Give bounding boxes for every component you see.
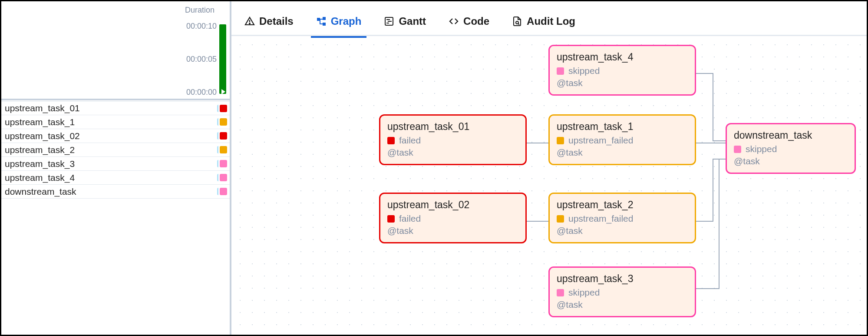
task-name: upstream_task_1 (5, 117, 75, 127)
node-operator: @task (557, 78, 688, 88)
task-row[interactable]: downstream_task (1, 185, 230, 199)
graph-edge (696, 143, 726, 143)
graph-node-upstream-task-4[interactable]: upstream_task_4 skipped @task (548, 45, 696, 96)
node-title: upstream_task_1 (557, 121, 688, 133)
task-name: upstream_task_01 (5, 103, 80, 113)
task-row[interactable]: upstream_task_3 (1, 157, 230, 171)
task-name: upstream_task_4 (5, 173, 75, 183)
graph-node-upstream-task-02[interactable]: upstream_task_02 failed @task (379, 193, 527, 243)
status-chip[interactable] (217, 118, 224, 126)
node-status: upstream_failed (557, 213, 688, 224)
graph-edge (719, 159, 726, 160)
duration-timeline: 00:00:10 00:00:05 00:00:00 (173, 17, 230, 97)
status-icon (220, 188, 227, 195)
main-panel: Details Graph Gantt Code Audit Log (231, 1, 867, 335)
audit-log-icon (512, 16, 522, 27)
code-icon (449, 16, 459, 27)
graph-node-downstream-task[interactable]: downstream_task skipped @task (726, 123, 856, 174)
graph-node-upstream-task-3[interactable]: upstream_task_3 skipped @task (548, 266, 696, 317)
graph-edge (719, 159, 719, 289)
tab-audit-log[interactable]: Audit Log (507, 13, 581, 36)
node-operator: @task (557, 147, 688, 158)
status-chip[interactable] (217, 105, 224, 112)
status-chip[interactable] (217, 160, 224, 167)
status-chip[interactable] (217, 132, 224, 140)
duration-header: Duration (185, 6, 215, 15)
tab-code[interactable]: Code (443, 13, 495, 36)
graph-edge (696, 288, 719, 289)
task-name: upstream_task_02 (5, 131, 80, 141)
task-row[interactable]: upstream_task_2 (1, 143, 230, 157)
graph-node-upstream-task-2[interactable]: upstream_task_2 upstream_failed @task (548, 193, 696, 243)
node-status: upstream_failed (557, 135, 688, 146)
status-icon (220, 146, 227, 153)
graph-node-upstream-task-1[interactable]: upstream_task_1 upstream_failed @task (548, 114, 696, 165)
tab-bar: Details Graph Gantt Code Audit Log (231, 1, 867, 36)
node-title: upstream_task_3 (557, 273, 688, 285)
tab-label: Details (259, 15, 294, 27)
status-icon (557, 137, 564, 144)
play-icon (221, 89, 225, 94)
graph-icon (316, 16, 327, 27)
status-chip[interactable] (217, 146, 224, 153)
graph-edge (713, 73, 713, 140)
task-row[interactable]: upstream_task_1 (1, 115, 230, 129)
status-icon (220, 160, 227, 167)
graph-canvas[interactable]: upstream_task_4 skipped @task upstream_t… (231, 36, 867, 335)
node-operator: @task (387, 147, 518, 158)
node-status: failed (387, 135, 518, 146)
svg-rect-2 (317, 18, 320, 21)
graph-edge (713, 159, 713, 222)
graph-edge (696, 73, 713, 74)
status-chip[interactable] (217, 188, 224, 195)
graph-node-upstream-task-01[interactable]: upstream_task_01 failed @task (379, 114, 527, 165)
node-title: upstream_task_01 (387, 121, 518, 133)
status-icon (557, 289, 564, 296)
node-operator: @task (557, 299, 688, 310)
task-name: upstream_task_2 (5, 145, 75, 155)
tab-label: Code (463, 15, 489, 27)
tab-details[interactable]: Details (239, 13, 299, 36)
task-row[interactable]: upstream_task_01 (1, 101, 230, 115)
tick-label: 00:00:00 (186, 88, 217, 97)
status-icon (220, 105, 227, 112)
svg-point-1 (249, 23, 250, 24)
tab-label: Graph (331, 15, 362, 27)
graph-edge (527, 143, 548, 143)
node-status: failed (387, 213, 518, 224)
node-status: skipped (557, 66, 688, 76)
tab-graph[interactable]: Graph (311, 13, 367, 38)
gantt-icon (384, 16, 394, 27)
graph-edge (527, 221, 548, 222)
status-icon (220, 132, 227, 140)
task-row[interactable]: upstream_task_02 (1, 129, 230, 143)
node-title: downstream_task (734, 130, 848, 141)
task-list: upstream_task_01 upstream_task_1 upstrea… (1, 101, 230, 199)
task-row[interactable]: upstream_task_4 (1, 171, 230, 185)
status-icon (220, 118, 227, 126)
tab-label: Audit Log (527, 15, 575, 27)
status-icon (557, 67, 564, 75)
run-duration-bar[interactable] (219, 24, 226, 94)
node-title: upstream_task_02 (387, 199, 518, 211)
tab-gantt[interactable]: Gantt (379, 13, 431, 36)
tab-label: Gantt (399, 15, 426, 27)
node-title: upstream_task_2 (557, 199, 688, 211)
grid-sidebar: Duration 00:00:10 00:00:05 00:00:00 upst… (1, 1, 231, 335)
status-icon (557, 215, 564, 223)
task-name: upstream_task_3 (5, 159, 75, 169)
svg-rect-4 (323, 23, 326, 26)
svg-rect-3 (323, 17, 326, 20)
status-chip[interactable] (217, 174, 224, 181)
graph-edge (713, 140, 726, 141)
warning-triangle-icon (244, 16, 255, 27)
svg-line-10 (518, 23, 519, 25)
node-operator: @task (557, 226, 688, 236)
status-icon (387, 137, 395, 144)
node-title: upstream_task_4 (557, 51, 688, 63)
node-status: skipped (557, 287, 688, 298)
node-operator: @task (734, 156, 848, 166)
task-name: downstream_task (5, 186, 76, 197)
node-operator: @task (387, 226, 518, 236)
status-icon (387, 215, 395, 223)
